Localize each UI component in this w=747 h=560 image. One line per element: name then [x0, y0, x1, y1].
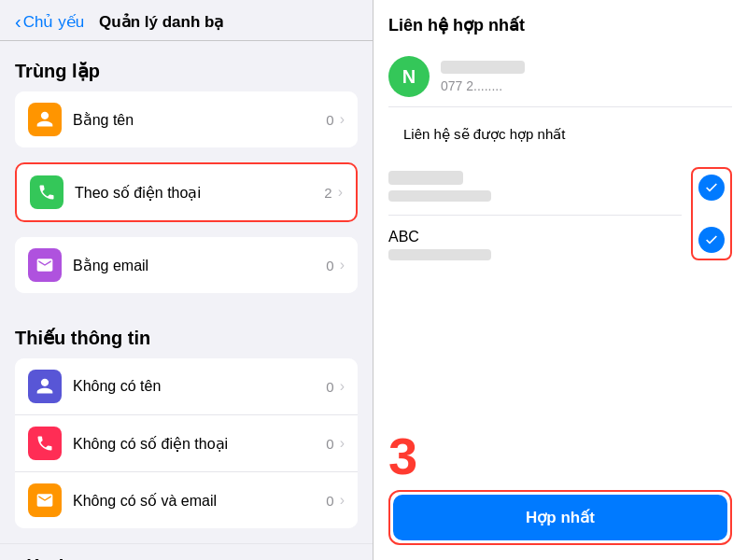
khong-ten-count: 0 [326, 379, 333, 395]
list-item-khong-ten[interactable]: Không có tên 0 › [15, 358, 358, 415]
thieu-thong-tin-group: Không có tên 0 › Không có số điện thoại … [15, 358, 358, 528]
list-item-khong-so[interactable]: Không có số điện thoại 0 › [15, 415, 358, 472]
contact-phone: 077 2........ [441, 78, 525, 93]
merge-name-1-blurred [388, 171, 463, 185]
bang-ten-count: 0 [326, 112, 333, 128]
khong-ten-icon [28, 370, 62, 403]
lien-lac-title: Liên lạc [15, 555, 358, 560]
bang-email-label: Bằng email [73, 257, 326, 274]
merge-item-2: ABC [388, 216, 682, 273]
checkbox-group [691, 167, 732, 260]
merge-phone-1-blurred [388, 190, 491, 202]
list-item-theo-so[interactable]: Theo số điện thoại 2 › [15, 162, 358, 222]
thieu-thong-tin-header: Thiếu thông tin [0, 308, 373, 358]
bottom-area: 3 Hợp nhất [374, 415, 747, 560]
list-item-bang-ten[interactable]: Bằng tên 0 › [15, 91, 358, 147]
lien-lac-section: Liên lạc [0, 543, 373, 560]
khong-so-email-label: Không có số và email [73, 492, 326, 510]
bang-ten-icon [28, 103, 62, 136]
contact-name-blurred [441, 61, 525, 74]
avatar: N [388, 56, 430, 97]
khong-so-label: Không có số điện thoại [73, 435, 326, 453]
theo-so-wrapper: Theo số điện thoại 2 › 1 [15, 162, 358, 222]
checkbox-1[interactable] [698, 175, 725, 201]
khong-so-email-count: 0 [326, 493, 333, 509]
right-panel: Liên hệ hợp nhất N 077 2........ Liên hệ… [374, 0, 747, 560]
left-panel: ‹ Chủ yếu Quản lý danh bạ Trùng lặp Bằng… [0, 0, 374, 560]
merge-item-1 [388, 158, 682, 216]
merge-button[interactable]: Hợp nhất [393, 495, 727, 540]
bang-ten-group: Bằng tên 0 › [15, 91, 358, 147]
contact-preview: N 077 2........ [388, 47, 732, 107]
khong-so-count: 0 [326, 436, 333, 452]
back-button[interactable]: ‹ Chủ yếu [15, 11, 84, 33]
nav-bar: ‹ Chủ yếu Quản lý danh bạ [0, 0, 373, 41]
theo-so-icon [30, 175, 63, 209]
back-chevron-icon: ‹ [15, 11, 21, 33]
merge-phone-2-blurred [388, 249, 491, 260]
bang-ten-chevron: › [340, 111, 345, 128]
list-item-bang-email[interactable]: Bằng email 0 › [15, 237, 358, 293]
merge-subtitle: Liên hệ sẽ được hợp nhất [388, 119, 732, 150]
merge-list-row: ABC 2 [388, 158, 732, 273]
khong-so-icon [28, 427, 62, 460]
khong-ten-chevron: › [340, 378, 345, 395]
bang-ten-label: Bằng tên [73, 111, 326, 129]
merge-name-2: ABC [388, 229, 682, 245]
step3-label: 3 [388, 430, 732, 483]
merge-contacts-list: ABC [388, 158, 682, 273]
merge-list-area: ABC 2 [374, 158, 747, 415]
left-content: Trùng lặp Bằng tên 0 › Theo số điện thoạ… [0, 41, 373, 560]
checkbox-container: 2 [691, 167, 732, 260]
bang-email-count: 0 [326, 258, 333, 273]
khong-so-email-chevron: › [340, 492, 345, 509]
theo-so-chevron: › [338, 184, 343, 201]
checkbox-2[interactable] [698, 227, 725, 253]
contact-preview-info: 077 2........ [441, 61, 525, 93]
back-label: Chủ yếu [23, 12, 84, 32]
bang-email-chevron: › [340, 257, 345, 273]
list-item-khong-so-email[interactable]: Không có số và email 0 › [15, 472, 358, 528]
merge-button-wrapper: Hợp nhất [388, 490, 732, 545]
theo-so-count: 2 [324, 185, 331, 201]
right-header: Liên hệ hợp nhất N 077 2........ Liên hệ… [374, 0, 747, 158]
theo-so-label: Theo số điện thoại [75, 184, 324, 202]
bang-email-group: Bằng email 0 › [15, 237, 358, 293]
page-title: Quản lý danh bạ [99, 12, 223, 32]
trung-lap-header: Trùng lặp [0, 41, 373, 91]
right-title: Liên hệ hợp nhất [388, 15, 732, 35]
bang-email-icon [28, 248, 62, 282]
khong-so-email-icon [28, 483, 62, 517]
khong-ten-label: Không có tên [73, 378, 326, 395]
khong-so-chevron: › [340, 435, 345, 452]
